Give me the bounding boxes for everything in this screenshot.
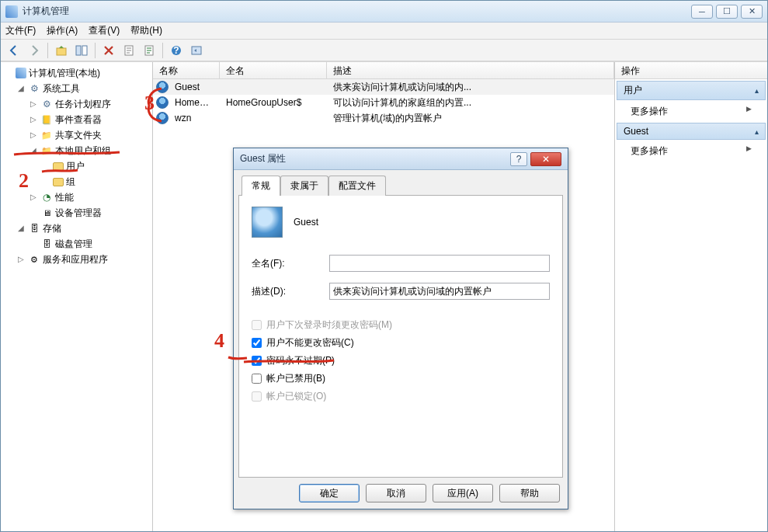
- tree-system-tools[interactable]: ◢系统工具: [16, 81, 151, 96]
- tree-event-viewer[interactable]: ▷事件查看器: [29, 112, 151, 127]
- up-button[interactable]: [53, 42, 70, 59]
- svg-text:?: ?: [173, 45, 179, 56]
- export-button[interactable]: [141, 42, 158, 59]
- checkbox-password-never-expires[interactable]: [252, 356, 262, 366]
- maximize-button[interactable]: ☐: [716, 5, 738, 19]
- menu-view[interactable]: 查看(V): [89, 24, 120, 37]
- user-row-wzn[interactable]: wzn 管理计算机(域)的内置帐户: [153, 110, 614, 126]
- properties-button[interactable]: [120, 42, 137, 59]
- nav-tree[interactable]: 计算机管理(本地) ◢系统工具 ▷任务计划程序 ▷事件查看器 ▷共享文件夹 ◢本…: [1, 62, 153, 531]
- description-input[interactable]: [329, 283, 550, 300]
- toolbar: ?: [1, 40, 767, 61]
- menu-file[interactable]: 文件(F): [5, 24, 36, 37]
- tree-device-manager[interactable]: 设备管理器: [29, 205, 151, 221]
- window-title: 计算机管理: [23, 5, 691, 18]
- tree-disk-management[interactable]: 磁盘管理: [29, 236, 151, 252]
- checkbox-cannot-change-password[interactable]: [252, 338, 262, 348]
- column-header-fullname[interactable]: 全名: [220, 62, 327, 78]
- label-password-never-expires: 密码永不过期(P): [266, 354, 335, 367]
- dialog-titlebar[interactable]: Guest 属性 ? ✕: [234, 148, 568, 170]
- fullname-label: 全名(F):: [252, 257, 329, 270]
- titlebar: 计算机管理 ─ ☐ ✕: [1, 1, 767, 23]
- svg-rect-2: [82, 46, 87, 55]
- tab-memberof[interactable]: 隶属于: [280, 176, 328, 196]
- description-label: 描述(D):: [252, 285, 329, 298]
- apply-button[interactable]: 应用(A): [433, 484, 493, 502]
- tab-profile[interactable]: 配置文件: [328, 176, 386, 196]
- show-hide-tree-button[interactable]: [73, 42, 90, 59]
- dialog-help-button[interactable]: ?: [510, 152, 527, 166]
- column-header-name[interactable]: 名称: [153, 62, 220, 78]
- dialog-tabs: 常规 隶属于 配置文件: [238, 175, 563, 196]
- checkbox-account-locked: [252, 391, 262, 402]
- user-large-icon: [252, 207, 283, 238]
- properties-dialog: Guest 属性 ? ✕ 常规 隶属于 配置文件 Guest 全名(F): 描述…: [233, 148, 568, 509]
- tree-performance[interactable]: ▷性能: [29, 190, 151, 205]
- label-must-change-password: 用户下次登录时须更改密码(M): [266, 318, 392, 332]
- submenu-arrow-icon: ▶: [746, 144, 752, 158]
- menu-help[interactable]: 帮助(H): [130, 24, 162, 37]
- minimize-button[interactable]: ─: [691, 5, 713, 19]
- tree-users[interactable]: 用户: [41, 158, 151, 174]
- menu-action[interactable]: 操作(A): [47, 24, 78, 37]
- user-icon: [156, 96, 169, 109]
- forward-button[interactable]: [26, 42, 43, 59]
- fullname-input[interactable]: [329, 255, 550, 272]
- tree-services-and-apps[interactable]: ▷服务和应用程序: [16, 252, 151, 267]
- actions-category-users[interactable]: 用户▴: [617, 81, 766, 100]
- svg-rect-1: [76, 46, 81, 55]
- tab-general[interactable]: 常规: [242, 176, 280, 196]
- list-header: 名称 全名 描述: [153, 62, 614, 79]
- ok-button[interactable]: 确定: [299, 484, 360, 502]
- column-header-description[interactable]: 描述: [327, 62, 614, 78]
- dialog-title: Guest 属性: [240, 152, 510, 165]
- actions-header: 操作: [615, 62, 767, 79]
- actions-category-guest[interactable]: Guest▴: [617, 123, 766, 140]
- actions-more-guest[interactable]: 更多操作▶: [615, 141, 767, 161]
- collapse-arrow-icon: ▴: [755, 86, 759, 95]
- user-icon: [156, 81, 169, 93]
- submenu-arrow-icon: ▶: [746, 105, 752, 118]
- menubar: 文件(F) 操作(A) 查看(V) 帮助(H): [1, 23, 767, 40]
- checkbox-account-disabled[interactable]: [252, 374, 262, 384]
- back-button[interactable]: [5, 42, 23, 59]
- actions-pane: 操作 用户▴ 更多操作▶ Guest▴ 更多操作▶: [615, 62, 767, 531]
- tree-local-users-and-groups[interactable]: ◢本地用户和组: [29, 143, 151, 158]
- actions-more-users[interactable]: 更多操作▶: [615, 102, 767, 121]
- dialog-user-name: Guest: [294, 217, 318, 228]
- tree-groups[interactable]: 组: [41, 174, 151, 190]
- tree-root[interactable]: 计算机管理(本地): [4, 65, 151, 81]
- close-button[interactable]: ✕: [741, 5, 763, 19]
- user-icon: [156, 112, 169, 124]
- checkbox-must-change-password: [252, 320, 262, 330]
- delete-button[interactable]: [100, 42, 117, 59]
- cancel-button[interactable]: 取消: [366, 484, 426, 502]
- collapse-arrow-icon: ▴: [755, 127, 759, 136]
- tree-shared-folders[interactable]: ▷共享文件夹: [29, 127, 151, 143]
- dialog-close-button[interactable]: ✕: [530, 152, 561, 166]
- help-button[interactable]: ?: [168, 42, 185, 59]
- tree-task-scheduler[interactable]: ▷任务计划程序: [29, 96, 151, 112]
- tree-storage[interactable]: ◢存储: [16, 221, 151, 236]
- label-account-locked: 帐户已锁定(O): [266, 390, 326, 403]
- dialog-help-button-2[interactable]: 帮助: [499, 484, 560, 502]
- user-row-homegroup[interactable]: HomeGrou... HomeGroupUser$ 可以访问计算机的家庭组的内…: [153, 95, 614, 110]
- svg-rect-0: [57, 48, 66, 55]
- refresh-button[interactable]: [188, 42, 205, 59]
- label-cannot-change-password: 用户不能更改密码(C): [266, 336, 354, 349]
- label-account-disabled: 帐户已禁用(B): [266, 372, 325, 385]
- app-icon: [5, 5, 18, 18]
- user-row-guest[interactable]: Guest 供来宾访问计算机或访问域的内...: [153, 79, 614, 95]
